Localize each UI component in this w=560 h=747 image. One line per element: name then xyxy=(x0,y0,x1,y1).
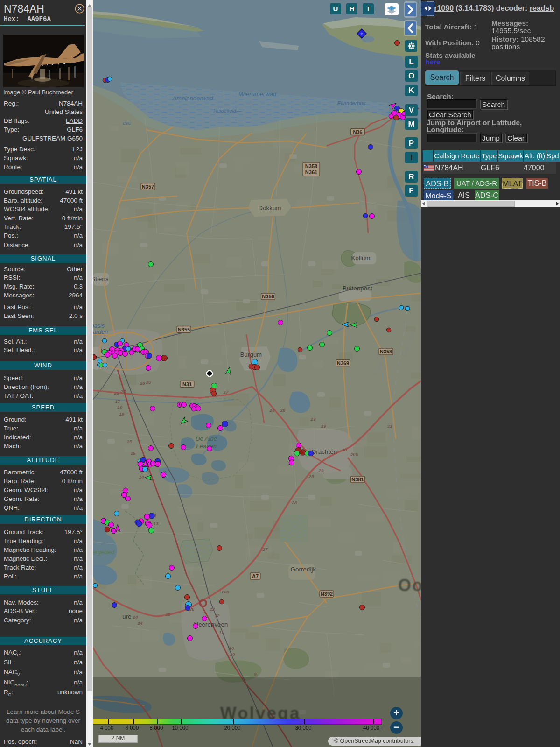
svg-text:17: 17 xyxy=(115,399,120,404)
svg-text:N356: N356 xyxy=(262,294,274,299)
svg-text:27: 27 xyxy=(223,389,229,395)
svg-text:29: 29 xyxy=(310,416,316,422)
svg-text:N369: N369 xyxy=(337,360,349,366)
svg-text:Dokkum: Dokkum xyxy=(259,204,281,211)
svg-text:16: 16 xyxy=(119,411,125,416)
svg-text:24: 24 xyxy=(137,620,143,626)
svg-text:eve: eve xyxy=(123,120,131,126)
svg-text:29: 29 xyxy=(308,474,314,479)
svg-text:30a: 30a xyxy=(350,451,358,457)
svg-text:15: 15 xyxy=(131,451,136,456)
svg-text:N381: N381 xyxy=(351,477,364,482)
svg-text:25: 25 xyxy=(114,390,119,395)
svg-text:26: 26 xyxy=(140,381,145,386)
svg-text:A7: A7 xyxy=(252,573,259,579)
svg-text:11: 11 xyxy=(219,630,224,635)
svg-text:10: 10 xyxy=(230,652,235,657)
svg-text:25: 25 xyxy=(120,389,126,394)
svg-text:15: 15 xyxy=(127,439,132,444)
svg-text:29: 29 xyxy=(321,423,326,429)
svg-text:N357: N357 xyxy=(142,184,154,190)
svg-text:Eilanderbult: Eilanderbult xyxy=(337,100,366,106)
svg-text:varden: varden xyxy=(93,329,108,335)
svg-text:Oos: Oos xyxy=(398,576,421,595)
svg-text:24: 24 xyxy=(133,614,138,620)
svg-text:N361: N361 xyxy=(305,169,317,175)
svg-text:30: 30 xyxy=(342,447,347,452)
svg-text:12: 12 xyxy=(215,613,220,618)
svg-text:N36: N36 xyxy=(353,129,362,135)
svg-text:28: 28 xyxy=(280,408,286,413)
svg-text:Kollum: Kollum xyxy=(351,254,371,261)
svg-text:Drachten: Drachten xyxy=(312,448,337,455)
svg-text:25: 25 xyxy=(165,612,171,617)
svg-text:N392: N392 xyxy=(321,591,333,597)
svg-text:27: 27 xyxy=(262,547,268,552)
svg-text:N355: N355 xyxy=(178,327,190,332)
svg-text:28: 28 xyxy=(269,408,275,413)
svg-text:Burgum: Burgum xyxy=(240,351,262,358)
svg-text:Wierumerwad: Wierumerwad xyxy=(239,91,277,98)
svg-text:Heerenveen: Heerenveen xyxy=(194,621,228,628)
svg-text:10: 10 xyxy=(229,646,234,651)
svg-text:12: 12 xyxy=(210,606,215,612)
svg-text:13: 13 xyxy=(154,521,159,526)
svg-text:Amelanderwad: Amelanderwad xyxy=(172,95,213,102)
svg-text:ibasis: ibasis xyxy=(93,323,105,329)
svg-text:29: 29 xyxy=(318,468,324,473)
svg-text:14: 14 xyxy=(139,474,144,479)
svg-text:28: 28 xyxy=(292,500,297,505)
svg-text:Stiens: Stiens xyxy=(93,275,109,282)
svg-text:N31: N31 xyxy=(182,381,192,387)
svg-text:Feanen: Feanen xyxy=(196,443,217,450)
svg-text:26: 26 xyxy=(146,380,151,385)
svg-text:16: 16 xyxy=(118,404,123,409)
svg-text:9: 9 xyxy=(254,671,257,677)
svg-text:De Alde: De Alde xyxy=(196,435,217,442)
svg-text:Heideveld—: Heideveld— xyxy=(213,108,242,113)
svg-text:ergebied: ergebied xyxy=(93,549,115,556)
svg-text:ure: ure xyxy=(122,613,131,620)
svg-text:N358: N358 xyxy=(305,163,317,169)
svg-text:Gorredijk: Gorredijk xyxy=(291,566,316,573)
svg-text:26a: 26a xyxy=(221,589,230,594)
svg-text:31: 31 xyxy=(387,423,392,429)
svg-text:N358: N358 xyxy=(380,349,392,354)
svg-text:Buitenpost: Buitenpost xyxy=(343,285,372,292)
